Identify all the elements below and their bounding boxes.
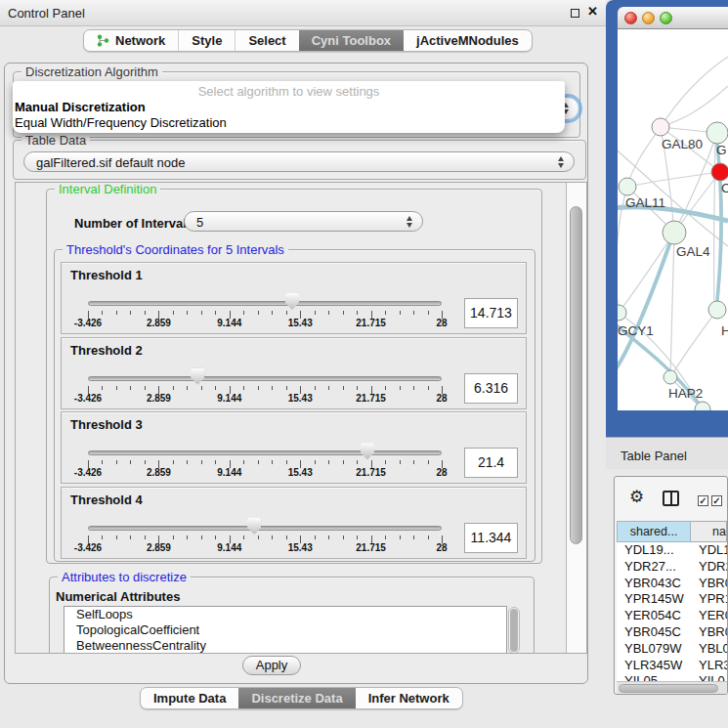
threshold-value-field[interactable]: 11.344	[464, 523, 518, 553]
minimize-traffic-light-icon[interactable]	[642, 12, 655, 24]
slider-track[interactable]	[88, 450, 442, 455]
tick-mark	[130, 386, 131, 390]
node-red	[711, 163, 728, 181]
tab-label: Network	[115, 33, 165, 48]
slider-thumb[interactable]	[247, 518, 261, 535]
zoom-traffic-light-icon[interactable]	[660, 12, 672, 24]
tick-label: -3.426	[74, 467, 102, 478]
tick-mark	[215, 460, 216, 464]
table-data-combobox[interactable]: galFiltered.sif default node	[23, 151, 575, 172]
attribute-list-item[interactable]: TopologicalCoefficient	[64, 622, 506, 638]
threshold-value-field[interactable]: 6.316	[464, 373, 518, 404]
cell-name: YBR0	[695, 624, 727, 641]
tick-mark	[328, 535, 329, 539]
attribute-list-item[interactable]: SelfLoops	[64, 607, 506, 622]
tick-mark	[385, 535, 386, 539]
algorithm-option[interactable]: Manual Discretization	[13, 100, 565, 115]
tab-discretize-data[interactable]: Discretize Data	[238, 688, 355, 708]
node-gcy1	[618, 305, 626, 321]
table-horizontal-scrollbar[interactable]	[617, 681, 727, 694]
scrollbar-thumb[interactable]	[619, 684, 718, 693]
settings-vertical-scrollbar[interactable]	[566, 183, 586, 653]
table-row[interactable]: YIL05...YIL0	[617, 673, 727, 681]
table-row[interactable]: YER054CYER0	[617, 608, 727, 624]
attribute-list-scrollbar[interactable]	[508, 607, 520, 654]
slider-track[interactable]	[88, 301, 442, 306]
scrollbar-thumb[interactable]	[570, 206, 582, 544]
column-header-shared-name[interactable]: shared...	[617, 521, 691, 542]
tab-select[interactable]: Select	[235, 30, 298, 51]
column-header-name[interactable]: na	[691, 521, 727, 542]
cell-shared-name: YIL05...	[617, 673, 695, 681]
slider-thumb[interactable]	[191, 368, 204, 385]
table-row[interactable]: YBR045CYBR0	[617, 624, 727, 641]
tick-mark	[201, 535, 202, 539]
checkbox-icon[interactable]: ✓	[711, 495, 722, 506]
table-row[interactable]: YPR145WYPR1	[617, 591, 727, 608]
number-of-intervals-combobox[interactable]: 5	[184, 211, 423, 232]
tick-mark	[258, 535, 259, 539]
tick-label: 9.144	[217, 318, 241, 328]
node-label: G	[716, 143, 727, 157]
settings-scroll-panel: Interval Definition Number of Intervals …	[15, 182, 587, 654]
panel-title: Control Panel	[8, 6, 85, 21]
node-label: GAL11	[625, 195, 665, 210]
tick-mark	[102, 460, 103, 464]
tab-impute-data[interactable]: Impute Data	[141, 688, 238, 708]
threshold-value-field[interactable]: 21.4	[464, 448, 518, 478]
attribute-list[interactable]: SelfLoopsTopologicalCoefficientBetweenne…	[64, 606, 507, 654]
slider-thumb[interactable]	[285, 293, 299, 310]
tick-mark	[102, 311, 103, 315]
table-row[interactable]: YDR27...YDR2	[617, 559, 727, 576]
gear-icon[interactable]: ⚙	[629, 487, 644, 507]
cell-name: YER0	[695, 608, 727, 624]
table-row[interactable]: YBL079WYBL0	[617, 641, 727, 658]
tick-mark	[286, 311, 287, 315]
float-window-icon[interactable]	[571, 9, 579, 18]
threshold-value-field[interactable]: 14.713	[464, 298, 518, 328]
tab-style[interactable]: Style	[178, 30, 235, 51]
tab-network[interactable]: Network	[84, 30, 178, 51]
tick-mark	[413, 460, 414, 464]
close-traffic-light-icon[interactable]	[624, 12, 637, 24]
tab-cyni-toolbox[interactable]: Cyni Toolbox	[299, 30, 404, 51]
cell-shared-name: YBR043C	[617, 576, 695, 592]
attribute-list-item[interactable]: BetweennessCentrality	[64, 638, 506, 654]
checkbox-icon[interactable]: ✓	[698, 495, 708, 506]
top-tab-bar: NetworkStyleSelectCyni ToolboxjActiveMNo…	[83, 29, 533, 52]
slider-track[interactable]	[88, 376, 442, 381]
tick-mark	[357, 311, 358, 315]
node-top-right	[707, 122, 728, 144]
tick-mark	[428, 535, 429, 539]
tick-mark	[343, 311, 344, 315]
tick-mark	[130, 535, 131, 539]
table-row[interactable]: YLR345WYLR3	[617, 658, 727, 674]
tick-mark	[102, 535, 103, 539]
slider-track[interactable]	[88, 526, 442, 531]
columns-icon[interactable]	[663, 491, 679, 506]
algorithm-option[interactable]: Equal Width/Frequency Discretization	[13, 115, 565, 131]
tab-infer-network[interactable]: Infer Network	[356, 688, 462, 708]
table-row[interactable]: YDL19...YDL1	[617, 542, 727, 559]
table-row[interactable]: YBR043CYBR0	[617, 576, 727, 592]
tick-label: 2.859	[147, 542, 171, 553]
tick-mark	[328, 460, 329, 464]
node-label: GAL4	[676, 244, 710, 259]
network-window-titlebar[interactable]	[618, 7, 728, 29]
slider-thumb[interactable]	[361, 443, 374, 459]
tick-label: 21.715	[356, 318, 386, 328]
tick-mark	[173, 460, 174, 464]
cell-shared-name: YPR145W	[617, 591, 695, 608]
tick-label: 15.43	[288, 318, 313, 328]
stepper-icon	[407, 216, 413, 228]
table-panel-toolbar: ⚙ ✓ ✓	[615, 477, 727, 520]
apply-button[interactable]: Apply	[242, 656, 301, 675]
tick-mark	[187, 460, 188, 464]
tick-mark	[258, 460, 259, 464]
network-canvas[interactable]: GAL80 G C GAL11 GAL4 GCY1 H HAP2	[618, 29, 728, 410]
tab-jactivemnodules[interactable]: jActiveMNodules	[404, 30, 532, 51]
algorithm-dropdown-popup: Select algorithm to view settings Manual…	[13, 81, 565, 133]
tick-mark	[357, 535, 358, 539]
close-icon[interactable]: ✕	[587, 4, 598, 19]
scrollbar-thumb[interactable]	[510, 609, 518, 652]
